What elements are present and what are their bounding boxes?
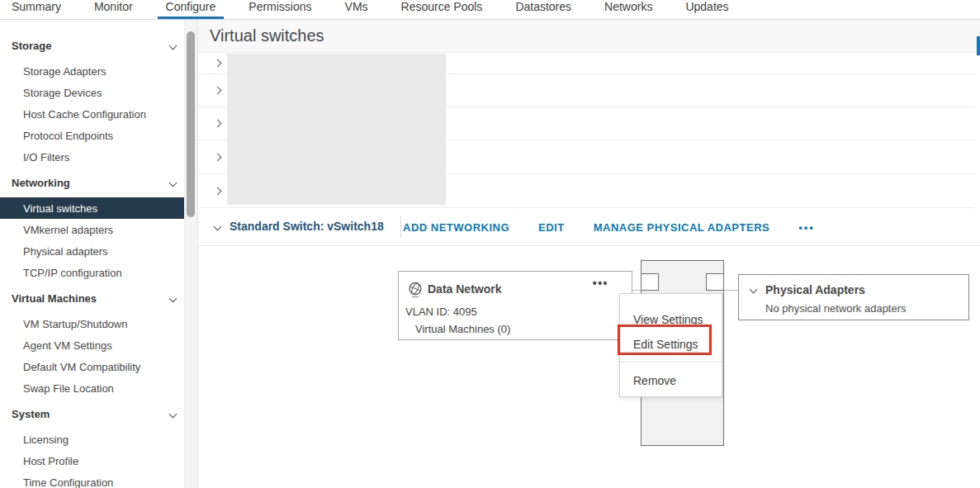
physical-adapters-title: Physical Adapters bbox=[765, 283, 865, 296]
manage-physical-adapters-link[interactable]: MANAGE PHYSICAL ADAPTERS bbox=[594, 221, 770, 234]
sidebar-item-io-filters[interactable]: I/O Filters bbox=[0, 146, 197, 168]
network-globe-icon bbox=[408, 282, 423, 298]
vertical-divider bbox=[400, 216, 401, 238]
port-group-name: Data Network bbox=[428, 282, 501, 296]
menu-item-view-settings[interactable]: View Settings bbox=[620, 308, 722, 331]
add-networking-link[interactable]: ADD NETWORKING bbox=[403, 221, 509, 234]
sidebar-item-default-vm-compatibility[interactable]: Default VM Compatibility bbox=[0, 356, 197, 377]
tab-permissions[interactable]: Permissions bbox=[240, 0, 320, 19]
tab-updates[interactable]: Updates bbox=[677, 0, 736, 19]
standard-switch-bar: Standard Switch: vSwitch18 ADD NETWORKIN… bbox=[198, 208, 980, 246]
sidebar-item-swap-file-location[interactable]: Swap File Location bbox=[0, 377, 197, 399]
chevron-right-icon bbox=[214, 120, 222, 128]
sidebar-header-networking[interactable]: Networking bbox=[0, 172, 197, 193]
menu-divider bbox=[620, 362, 722, 362]
standard-switch-title[interactable]: Standard Switch: vSwitch18 bbox=[230, 220, 384, 233]
sidebar-header-label: Storage bbox=[12, 40, 51, 52]
sidebar-item-licensing[interactable]: Licensing bbox=[0, 429, 197, 450]
tab-summary[interactable]: Summary bbox=[3, 0, 69, 19]
page-title: Virtual switches bbox=[210, 26, 324, 45]
switch-port-right bbox=[706, 273, 724, 291]
tab-datastores[interactable]: Datastores bbox=[507, 0, 580, 19]
sidebar-item-virtual-switches[interactable]: Virtual switches bbox=[0, 197, 187, 219]
connector-line-right bbox=[724, 290, 739, 291]
chevron-right-icon bbox=[214, 59, 222, 68]
content-header: Virtual switches bbox=[198, 20, 980, 53]
redacted-region bbox=[227, 54, 446, 205]
sidebar-header-label: Virtual Machines bbox=[12, 292, 97, 305]
sidebar-item-vm-startup-shutdown[interactable]: VM Startup/Shutdown bbox=[0, 313, 197, 334]
chevron-right-icon bbox=[214, 187, 222, 195]
port-group-actions-icon[interactable]: ••• bbox=[593, 277, 608, 290]
port-group-vms-link[interactable]: Virtual Machines (0) bbox=[415, 323, 510, 335]
sidebar-header-storage[interactable]: Storage bbox=[0, 35, 197, 56]
sidebar-header-system[interactable]: System bbox=[0, 403, 197, 424]
tab-networks[interactable]: Networks bbox=[596, 0, 660, 19]
sidebar-item-storage-devices[interactable]: Storage Devices bbox=[0, 82, 197, 103]
port-group-vlan: VLAN ID: 4095 bbox=[405, 306, 477, 318]
sidebar-header-label: Networking bbox=[12, 177, 70, 189]
sidebar-item-host-cache-configuration[interactable]: Host Cache Configuration bbox=[0, 103, 197, 125]
chevron-down-icon[interactable] bbox=[214, 223, 222, 231]
chevron-down-icon bbox=[169, 410, 178, 418]
sidebar-section-virtual-machines: Virtual Machines VM Startup/Shutdown Age… bbox=[0, 287, 197, 399]
sidebar-item-tcpip-configuration[interactable]: TCP/IP configuration bbox=[0, 262, 197, 283]
edge-button-fragment[interactable] bbox=[977, 36, 980, 55]
connector-line-left bbox=[632, 290, 641, 291]
sidebar-scrollbar-thumb[interactable] bbox=[187, 31, 195, 217]
port-group-card[interactable]: Data Network ••• VLAN ID: 4095 Virtual M… bbox=[398, 271, 632, 340]
configure-sidebar: Storage Storage Adapters Storage Devices… bbox=[0, 20, 198, 488]
sidebar-item-vmkernel-adapters[interactable]: VMkernel adapters bbox=[0, 219, 197, 240]
menu-item-edit-settings[interactable]: Edit Settings bbox=[620, 333, 722, 356]
tab-monitor[interactable]: Monitor bbox=[86, 0, 141, 19]
physical-adapters-card[interactable]: Physical Adapters No physical network ad… bbox=[738, 274, 969, 320]
edit-link[interactable]: EDIT bbox=[538, 221, 565, 234]
sidebar-item-agent-vm-settings[interactable]: Agent VM Settings bbox=[0, 334, 197, 356]
chevron-right-icon bbox=[214, 87, 222, 95]
tab-vms[interactable]: VMs bbox=[337, 0, 376, 19]
sidebar-item-physical-adapters[interactable]: Physical adapters bbox=[0, 240, 197, 262]
sidebar-item-storage-adapters[interactable]: Storage Adapters bbox=[0, 60, 197, 82]
sidebar-section-system: System Licensing Host Profile Time Confi… bbox=[0, 403, 197, 488]
more-actions-icon[interactable]: ••• bbox=[798, 221, 815, 234]
tab-resource-pools[interactable]: Resource Pools bbox=[393, 0, 491, 19]
chevron-down-icon bbox=[169, 178, 178, 187]
sidebar-section-storage: Storage Storage Adapters Storage Devices… bbox=[0, 35, 197, 168]
chevron-down-icon bbox=[169, 41, 178, 50]
sidebar-header-virtual-machines[interactable]: Virtual Machines bbox=[0, 287, 197, 309]
sidebar-item-time-configuration[interactable]: Time Configuration bbox=[0, 471, 197, 488]
switch-port-left bbox=[641, 273, 659, 291]
sidebar-item-host-profile[interactable]: Host Profile bbox=[0, 450, 197, 471]
entity-tab-bar: Summary Monitor Configure Permissions VM… bbox=[0, 0, 980, 20]
chevron-right-icon bbox=[214, 153, 222, 161]
sidebar-item-protocol-endpoints[interactable]: Protocol Endpoints bbox=[0, 125, 197, 146]
chevron-down-icon[interactable] bbox=[750, 286, 758, 294]
port-group-context-menu: View Settings Edit Settings Remove bbox=[619, 293, 722, 397]
virtual-switches-panel: Virtual switches Standard Switch: vSwitc… bbox=[198, 20, 980, 488]
chevron-down-icon bbox=[169, 294, 178, 302]
physical-adapters-empty-text: No physical network adapters bbox=[765, 302, 907, 315]
tab-configure[interactable]: Configure bbox=[158, 0, 225, 19]
sidebar-header-label: System bbox=[12, 408, 50, 420]
switch-list bbox=[198, 53, 975, 208]
sidebar-section-networking: Networking Virtual switches VMkernel ada… bbox=[0, 172, 197, 283]
menu-item-remove[interactable]: Remove bbox=[620, 369, 722, 392]
